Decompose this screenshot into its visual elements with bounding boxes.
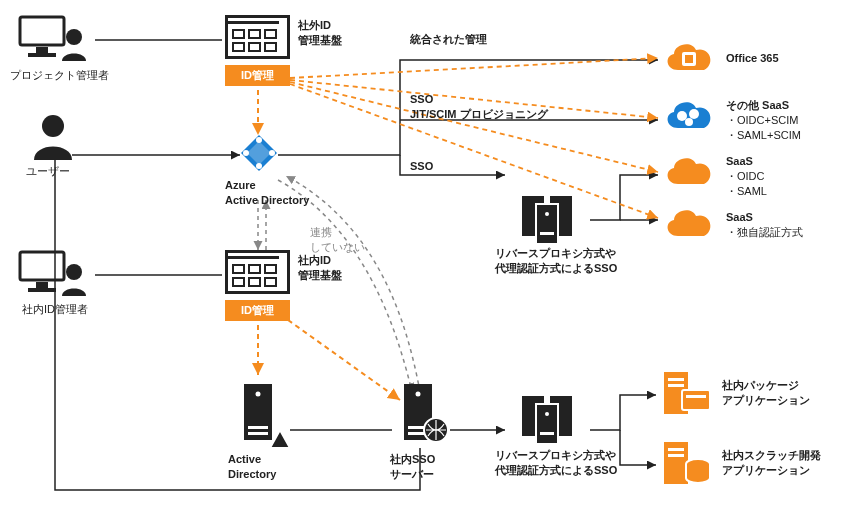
svg-rect-43 <box>682 390 710 410</box>
svg-rect-37 <box>536 404 558 444</box>
cloud-saas-oidc-icon <box>660 152 718 194</box>
sso-server-label: 社内SSOサーバー <box>390 452 435 482</box>
svg-rect-39 <box>540 432 554 435</box>
cloud-other-saas-text: その他 SaaS ・OIDC+SCIM・SAML+SCIM <box>726 98 801 143</box>
svg-rect-47 <box>668 454 684 457</box>
svg-point-3 <box>66 29 82 45</box>
onprem-scratch-label: 社内スクラッチ開発アプリケーション <box>722 448 821 478</box>
svg-rect-41 <box>668 378 684 381</box>
user-icon <box>30 112 76 164</box>
proxy-bottom-label: リバースプロキシ方式や代理認証方式によるSSO <box>495 448 617 478</box>
cloud-saas-oidc-text: SaaS ・OIDC・SAML <box>726 154 767 199</box>
svg-point-14 <box>66 264 82 280</box>
internal-admin-icon <box>18 250 90 302</box>
svg-point-22 <box>677 111 687 121</box>
proxy-top-label: リバースプロキシ方式や代理認証方式によるSSO <box>495 246 617 276</box>
external-id-title: 社外ID管理基盤 <box>298 18 342 48</box>
svg-rect-19 <box>540 232 554 235</box>
svg-point-7 <box>269 150 275 156</box>
internal-id-panel: ID管理 <box>225 250 290 321</box>
cloud-other-saas-icon <box>660 96 718 138</box>
internal-id-title: 社内ID管理基盤 <box>298 253 342 283</box>
azure-ad-icon <box>238 132 280 176</box>
svg-point-10 <box>42 115 64 137</box>
edge-sso: SSO <box>410 160 433 172</box>
svg-point-9 <box>243 150 249 156</box>
svg-point-6 <box>256 137 262 143</box>
svg-rect-13 <box>28 288 56 292</box>
cloud-office365-icon <box>660 38 718 80</box>
svg-rect-12 <box>36 282 48 288</box>
svg-rect-1 <box>36 47 48 53</box>
svg-rect-11 <box>20 252 64 280</box>
svg-point-24 <box>685 118 693 126</box>
cloud-saas-custom-icon <box>660 204 718 246</box>
svg-point-23 <box>689 109 699 119</box>
user-label: ユーザー <box>26 164 70 179</box>
svg-rect-0 <box>20 17 64 45</box>
external-id-button: ID管理 <box>225 65 290 86</box>
svg-point-26 <box>256 392 261 397</box>
project-manager-icon <box>18 15 90 67</box>
sso-server-icon <box>394 380 452 452</box>
onprem-package-icon <box>658 368 714 420</box>
ad-label: ActiveDirectory <box>228 452 276 482</box>
edge-sso-scim: SSOJIT/SCIM プロビジョニング <box>410 92 548 122</box>
svg-point-18 <box>545 212 549 216</box>
svg-rect-27 <box>248 426 268 429</box>
internal-admin-label: 社内ID管理者 <box>22 302 88 317</box>
svg-point-31 <box>416 392 421 397</box>
proxy-bottom-icon <box>510 392 588 448</box>
svg-point-8 <box>256 163 262 169</box>
azure-ad-label: AzureActive Directory <box>225 178 309 208</box>
cloud-office365-title: Office 365 <box>726 52 779 64</box>
svg-point-38 <box>545 412 549 416</box>
svg-rect-17 <box>536 204 558 244</box>
svg-rect-21 <box>685 55 693 63</box>
svg-rect-46 <box>668 448 684 451</box>
link-note: 連携していない <box>310 225 365 255</box>
onprem-scratch-icon <box>658 438 714 490</box>
svg-rect-2 <box>28 53 56 57</box>
svg-rect-44 <box>686 395 706 398</box>
proxy-top-icon <box>510 192 588 248</box>
ad-server-icon <box>232 380 292 452</box>
onprem-package-label: 社内パッケージアプリケーション <box>722 378 810 408</box>
project-manager-label: プロジェクト管理者 <box>10 68 109 83</box>
external-id-panel: ID管理 <box>225 15 290 86</box>
svg-rect-28 <box>248 432 268 435</box>
svg-marker-29 <box>270 430 290 448</box>
svg-rect-42 <box>668 384 684 387</box>
internal-id-button: ID管理 <box>225 300 290 321</box>
cloud-saas-custom-text: SaaS ・独自認証方式 <box>726 210 803 240</box>
edge-integrated-mgmt: 統合された管理 <box>410 32 487 47</box>
